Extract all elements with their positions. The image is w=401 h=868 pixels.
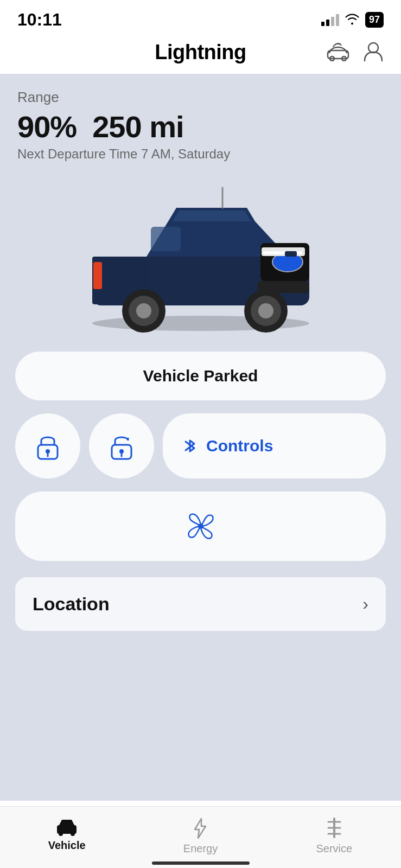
car-illustration xyxy=(60,173,342,335)
header-icons xyxy=(326,40,384,65)
battery-level: 97 xyxy=(369,14,380,25)
fan-button[interactable] xyxy=(15,492,386,561)
svg-point-15 xyxy=(136,303,151,318)
range-percentage: 90% xyxy=(17,110,77,144)
svg-point-2 xyxy=(368,43,378,53)
header-title: Lightning xyxy=(155,41,246,64)
tab-service[interactable]: Service xyxy=(302,816,367,855)
vehicle-tab-icon xyxy=(55,816,78,836)
svg-rect-12 xyxy=(93,262,102,289)
lock-button[interactable] xyxy=(15,413,80,478)
departure-time: Next Departure Time 7 AM, Saturday xyxy=(17,146,386,162)
status-icons: 97 xyxy=(321,12,384,28)
chevron-right-icon: › xyxy=(362,594,368,614)
profile-icon[interactable] xyxy=(363,40,384,65)
tab-bar: Vehicle Energy Service xyxy=(0,806,401,868)
controls-button-label: Controls xyxy=(206,437,273,455)
bluetooth-icon xyxy=(182,436,199,456)
status-time: 10:11 xyxy=(17,10,62,30)
vehicle-parked-button[interactable]: Vehicle Parked xyxy=(15,352,386,400)
svg-point-29 xyxy=(59,832,63,836)
main-content: Range 90% 250 mi Next Departure Time 7 A… xyxy=(0,74,401,801)
tab-energy[interactable]: Energy xyxy=(168,816,233,855)
svg-point-18 xyxy=(258,303,273,318)
svg-point-27 xyxy=(198,524,203,529)
battery-icon: 97 xyxy=(365,12,384,28)
vehicle-tab-label: Vehicle xyxy=(48,839,86,852)
fan-icon xyxy=(181,507,220,546)
home-indicator xyxy=(152,861,250,865)
range-label: Range xyxy=(17,89,386,106)
range-section: Range 90% 250 mi Next Departure Time 7 A… xyxy=(15,89,386,162)
svg-point-30 xyxy=(71,832,75,836)
location-title: Location xyxy=(33,593,110,615)
status-bar: 10:11 97 xyxy=(0,0,401,35)
service-tab-label: Service xyxy=(316,843,352,855)
wifi-icon xyxy=(345,13,360,27)
range-value: 90% 250 mi xyxy=(17,109,386,144)
range-miles: 250 mi xyxy=(92,110,183,144)
energy-tab-icon xyxy=(192,816,209,839)
header: Lightning xyxy=(0,35,401,74)
svg-rect-5 xyxy=(151,227,181,251)
vehicle-select-icon[interactable] xyxy=(326,42,350,63)
signal-bars-icon xyxy=(321,14,339,26)
controls-row: Controls xyxy=(15,413,386,478)
svg-rect-20 xyxy=(285,251,297,257)
service-tab-icon xyxy=(323,816,346,839)
controls-button[interactable]: Controls xyxy=(163,413,386,478)
car-image-area xyxy=(15,162,386,352)
unlock-button[interactable] xyxy=(89,413,154,478)
tab-vehicle[interactable]: Vehicle xyxy=(34,816,99,852)
location-section[interactable]: Location › xyxy=(15,577,386,631)
energy-tab-label: Energy xyxy=(183,843,218,855)
